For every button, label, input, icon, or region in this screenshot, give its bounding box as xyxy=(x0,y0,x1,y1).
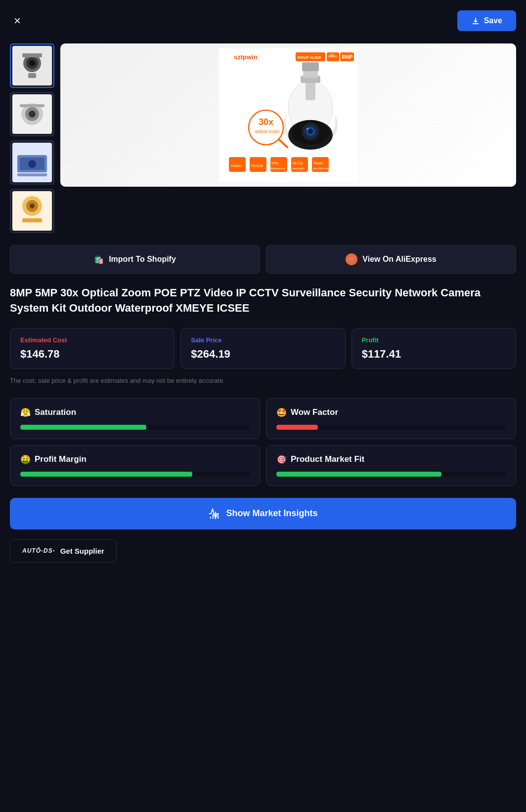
wow-factor-card: 🤩 Wow Factor xyxy=(266,398,516,439)
profit-margin-title: 🤑 Profit Margin xyxy=(20,454,250,465)
svg-point-14 xyxy=(28,160,36,168)
svg-point-39 xyxy=(307,128,308,130)
svg-text:30x: 30x xyxy=(259,117,273,127)
svg-text:sztpwin: sztpwin xyxy=(234,53,258,61)
saturation-card: 😤 Saturation xyxy=(10,398,260,439)
shopify-icon: 🛍️ xyxy=(94,255,104,264)
save-label: Save xyxy=(484,16,502,25)
thumb-img-4 xyxy=(12,191,52,231)
thumbnail-1[interactable] xyxy=(10,43,54,88)
svg-text:IP65: IP65 xyxy=(271,162,279,165)
svg-point-3 xyxy=(29,60,35,66)
svg-text:Remote: Remote xyxy=(251,164,263,167)
product-market-fit-progress-fill xyxy=(276,472,441,477)
view-on-aliexpress-button[interactable]: 🛒 View On AliExpress xyxy=(266,245,516,274)
profit-margin-emoji: 🤑 xyxy=(20,454,31,465)
product-gallery: sztpwin ONVIF H.265 Audio 8MP xyxy=(10,43,516,233)
pricing-disclaimer: The cost, sale price & profit are estima… xyxy=(10,377,516,384)
product-market-fit-card: 🎯 Product Market Fit xyxy=(266,445,516,486)
autods-logo: AUTŌ-DS- xyxy=(22,547,55,554)
main-camera-svg: sztpwin ONVIF H.265 Audio 8MP xyxy=(219,48,357,182)
svg-text:Motion: Motion xyxy=(231,164,241,167)
thumbnail-list xyxy=(10,43,54,233)
svg-text:optical zoom: optical zoom xyxy=(255,129,280,134)
main-product-image: sztpwin ONVIF H.265 Audio 8MP xyxy=(60,43,516,187)
metrics-grid: 😤 Saturation 🤩 Wow Factor 🤑 Profit Margi… xyxy=(10,398,516,486)
estimated-cost-card: Estimated Cost $146.78 xyxy=(10,328,175,369)
action-buttons: 🛍️ Import To Shopify 🛒 View On AliExpres… xyxy=(10,245,516,274)
aliexpress-icon: 🛒 xyxy=(346,253,357,265)
save-icon xyxy=(471,16,480,25)
sale-price-card: Sale Price $264.19 xyxy=(180,328,345,369)
svg-point-27 xyxy=(330,53,334,57)
import-label: Import To Shopify xyxy=(109,255,176,264)
wow-factor-label: Wow Factor xyxy=(291,407,338,417)
svg-point-9 xyxy=(29,111,36,118)
profit-margin-progress-fill xyxy=(20,472,192,477)
svg-point-19 xyxy=(30,203,35,208)
show-insights-label: Show Market Insights xyxy=(226,508,317,519)
thumbnail-4[interactable] xyxy=(10,189,54,233)
svg-rect-4 xyxy=(22,53,42,57)
estimated-cost-value: $146.78 xyxy=(20,348,164,361)
svg-text:Waterproof: Waterproof xyxy=(270,167,285,170)
show-market-insights-button[interactable]: Show Market Insights xyxy=(10,498,516,529)
profit-margin-progress-bg xyxy=(20,472,250,477)
profit-margin-label: Profit Margin xyxy=(35,454,87,464)
saturation-emoji: 😤 xyxy=(20,407,31,418)
product-market-fit-emoji: 🎯 xyxy=(276,454,287,465)
wow-factor-progress-bg xyxy=(276,425,506,430)
thumb-img-3 xyxy=(12,143,52,182)
product-market-fit-title: 🎯 Product Market Fit xyxy=(276,454,506,465)
svg-text:IR-Cut: IR-Cut xyxy=(293,162,303,165)
sale-price-label: Sale Price xyxy=(191,336,335,344)
price-cards: Estimated Cost $146.78 Sale Price $264.1… xyxy=(10,328,516,369)
import-to-shopify-button[interactable]: 🛍️ Import To Shopify xyxy=(10,245,260,274)
product-market-fit-label: Product Market Fit xyxy=(291,454,364,464)
profit-label: Profit xyxy=(362,336,506,344)
svg-rect-15 xyxy=(17,173,47,176)
svg-rect-20 xyxy=(22,218,42,222)
svg-rect-10 xyxy=(20,104,44,107)
svg-text:ONVIF H.265: ONVIF H.265 xyxy=(297,55,321,60)
product-title: 8MP 5MP 30x Optical Zoom POE PTZ Video I… xyxy=(10,285,516,316)
profit-margin-card: 🤑 Profit Margin xyxy=(10,445,260,486)
save-button[interactable]: Save xyxy=(457,10,516,31)
thumb-img-1 xyxy=(12,46,52,85)
saturation-title: 😤 Saturation xyxy=(20,407,250,418)
svg-text:via Ethernet: via Ethernet xyxy=(313,167,329,170)
wow-factor-title: 🤩 Wow Factor xyxy=(276,407,506,418)
svg-point-38 xyxy=(308,129,313,134)
wow-factor-progress-fill xyxy=(276,425,318,430)
thumbnail-2[interactable] xyxy=(10,92,54,136)
wow-factor-emoji: 🤩 xyxy=(276,407,287,418)
get-supplier-button[interactable]: AUTŌ-DS- Get Supplier xyxy=(10,539,117,563)
profit-card: Profit $117.41 xyxy=(351,328,516,369)
svg-rect-43 xyxy=(302,62,319,71)
saturation-progress-fill xyxy=(20,425,146,430)
saturation-label: Saturation xyxy=(35,407,76,417)
svg-text:Power: Power xyxy=(313,162,324,165)
svg-rect-5 xyxy=(28,73,36,78)
estimated-cost-label: Estimated Cost xyxy=(20,336,164,344)
close-button[interactable]: × xyxy=(10,10,25,32)
sale-price-value: $264.19 xyxy=(191,348,335,361)
thumbnail-3[interactable] xyxy=(10,140,54,185)
get-supplier-label: Get Supplier xyxy=(60,547,104,555)
thumb-img-2 xyxy=(12,94,52,134)
insights-chart-icon xyxy=(208,508,220,520)
aliexpress-label: View On AliExpress xyxy=(362,255,436,264)
header: × Save xyxy=(10,10,516,32)
product-market-fit-progress-bg xyxy=(276,472,506,477)
svg-text:day/night: day/night xyxy=(292,167,305,170)
profit-value: $117.41 xyxy=(362,348,506,361)
saturation-progress-bg xyxy=(20,425,250,430)
svg-text:8MP: 8MP xyxy=(342,54,353,60)
